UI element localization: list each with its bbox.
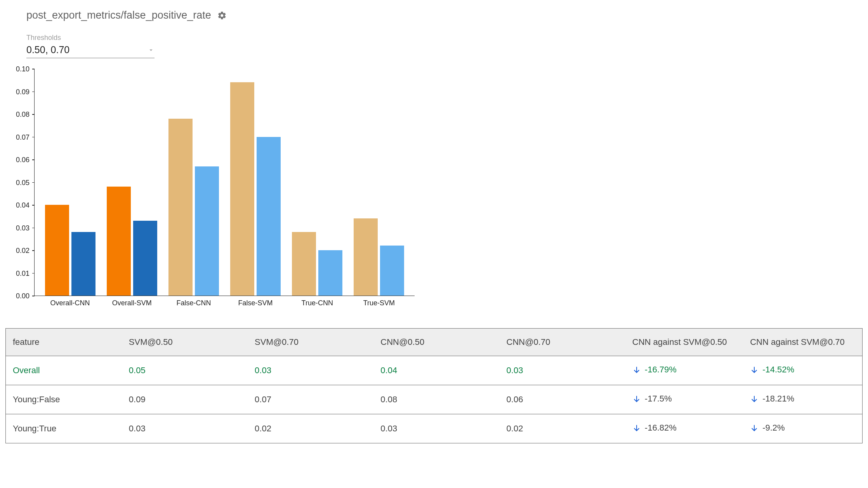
table-cell: 0.07 xyxy=(249,385,375,414)
table-cell: 0.03 xyxy=(375,414,501,443)
table-header-cell: CNN@0.70 xyxy=(501,329,627,356)
table-cell-delta: -16.79% xyxy=(627,356,745,385)
y-tick-label: 0.01 xyxy=(16,269,30,277)
table-cell: 0.03 xyxy=(249,356,375,385)
arrow-down-icon xyxy=(750,365,759,374)
x-tick-label: True-SVM xyxy=(363,299,395,307)
table-cell: 0.02 xyxy=(249,414,375,443)
table-cell: Young:False xyxy=(6,385,123,414)
table-cell: 0.06 xyxy=(501,385,627,414)
y-tick-label: 0.08 xyxy=(16,111,30,119)
bar-group: False-CNN xyxy=(163,69,224,296)
y-tick-label: 0.03 xyxy=(16,224,30,232)
table-header-cell: CNN against SVM@0.70 xyxy=(745,329,862,356)
x-tick-label: Overall-SVM xyxy=(112,299,152,307)
table-cell: 0.03 xyxy=(123,414,249,443)
table-header-cell: CNN against SVM@0.50 xyxy=(627,329,745,356)
table-row: Young:False0.090.070.080.06-17.5%-18.21% xyxy=(6,385,863,414)
bar-group: Overall-SVM xyxy=(101,69,163,296)
table-cell: 0.03 xyxy=(501,356,627,385)
x-tick-label: Overall-CNN xyxy=(50,299,90,307)
bar xyxy=(292,232,316,296)
page-title: post_export_metrics/false_positive_rate xyxy=(26,9,211,21)
arrow-down-icon xyxy=(632,395,641,403)
bar xyxy=(71,232,95,296)
bar xyxy=(318,250,342,296)
arrow-down-icon xyxy=(632,424,641,432)
bar xyxy=(257,137,281,296)
arrow-down-icon xyxy=(750,395,759,403)
table-cell: 0.08 xyxy=(375,385,501,414)
bar xyxy=(195,166,219,296)
bar xyxy=(107,187,131,296)
table-row: Young:True0.030.020.030.02-16.82%-9.2% xyxy=(6,414,863,443)
x-tick-label: False-CNN xyxy=(176,299,211,307)
thresholds-label: Thresholds xyxy=(26,34,155,42)
table-header-cell: CNN@0.50 xyxy=(375,329,501,356)
table-cell-delta: -17.5% xyxy=(627,385,745,414)
thresholds-value: 0.50, 0.70 xyxy=(26,44,69,55)
delta-value: -17.5% xyxy=(645,394,672,404)
bar xyxy=(133,221,157,296)
chevron-down-icon xyxy=(148,47,155,54)
y-tick-label: 0.10 xyxy=(16,65,30,73)
bar xyxy=(45,205,69,296)
table-cell: 0.05 xyxy=(123,356,249,385)
table-cell: 0.02 xyxy=(501,414,627,443)
bar-group: True-CNN xyxy=(286,69,348,296)
delta-value: -9.2% xyxy=(762,423,785,433)
delta-value: -18.21% xyxy=(762,394,794,404)
bar xyxy=(168,119,193,296)
bar xyxy=(230,82,254,296)
bar xyxy=(380,246,404,296)
table-header-cell: SVM@0.50 xyxy=(123,329,249,356)
metrics-table: featureSVM@0.50SVM@0.70CNN@0.50CNN@0.70C… xyxy=(5,328,863,443)
table-header-cell: SVM@0.70 xyxy=(249,329,375,356)
bar-chart: 0.000.010.020.030.040.050.060.070.080.09… xyxy=(0,69,419,310)
table-row: Overall0.050.030.040.03-16.79%-14.52% xyxy=(6,356,863,385)
arrow-down-icon xyxy=(632,365,641,374)
table-header-cell: feature xyxy=(6,329,123,356)
y-tick-label: 0.02 xyxy=(16,247,30,255)
y-tick-label: 0.04 xyxy=(16,201,30,209)
x-tick-label: True-CNN xyxy=(302,299,333,307)
table-cell-delta: -16.82% xyxy=(627,414,745,443)
delta-value: -14.52% xyxy=(762,365,794,375)
table-cell-delta: -18.21% xyxy=(745,385,862,414)
table-cell: Young:True xyxy=(6,414,123,443)
table-cell: Overall xyxy=(6,356,123,385)
x-tick-label: False-SVM xyxy=(238,299,273,307)
bar xyxy=(354,218,378,296)
y-tick-label: 0.07 xyxy=(16,133,30,141)
table-cell: 0.04 xyxy=(375,356,501,385)
y-tick-label: 0.06 xyxy=(16,156,30,164)
y-tick-label: 0.05 xyxy=(16,178,30,187)
thresholds-select[interactable]: 0.50, 0.70 xyxy=(26,43,155,58)
bar-group: Overall-CNN xyxy=(39,69,101,296)
bar-group: True-SVM xyxy=(348,69,410,296)
table-cell: 0.09 xyxy=(123,385,249,414)
delta-value: -16.82% xyxy=(645,423,677,433)
bar-group: False-SVM xyxy=(225,69,286,296)
y-tick-label: 0.09 xyxy=(16,88,30,96)
arrow-down-icon xyxy=(750,424,759,432)
delta-value: -16.79% xyxy=(645,365,677,375)
gear-icon[interactable] xyxy=(217,11,227,20)
table-cell-delta: -9.2% xyxy=(745,414,862,443)
table-cell-delta: -14.52% xyxy=(745,356,862,385)
y-tick-label: 0.00 xyxy=(16,292,30,300)
